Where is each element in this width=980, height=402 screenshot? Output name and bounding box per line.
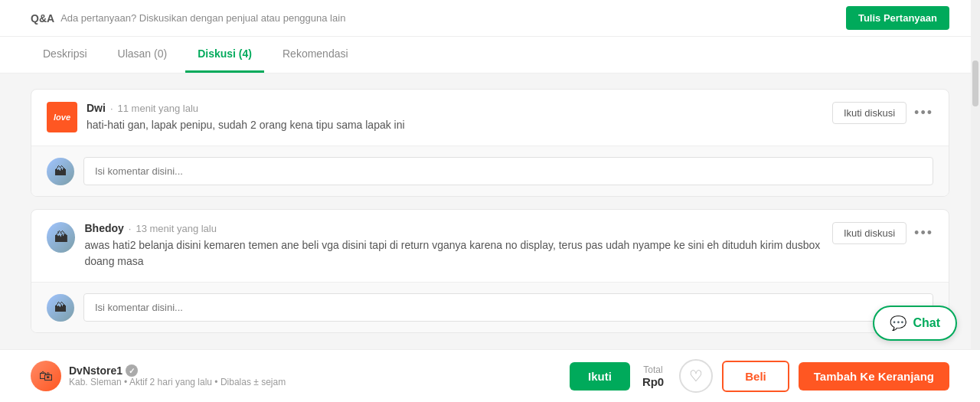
discussion-actions-2: Ikuti diskusi •••	[832, 222, 933, 244]
timestamp-1: 11 menit yang lalu	[118, 103, 199, 114]
discussion-actions-1: Ikuti diskusi •••	[832, 102, 933, 124]
wishlist-button[interactable]: ♡	[679, 359, 713, 361]
avatar-2: 🏔	[47, 222, 75, 253]
bottom-bar: 🛍 DvNstore1 ✓ Kab. Sleman • Aktif 2 hari…	[0, 349, 980, 361]
scrollbar-track[interactable]	[971, 0, 980, 361]
commenter-avatar-1: 🏔	[47, 158, 74, 185]
comment-area-2: 🏔	[31, 282, 949, 332]
qa-label: Q&A	[31, 12, 54, 25]
main-content: love Dwi · 11 menit yang lalu hati-hati …	[0, 74, 980, 361]
follow-discussion-2[interactable]: Ikuti diskusi	[832, 222, 906, 244]
discussion-left-2: 🏔 Bhedoy · 13 menit yang lalu awas hati2…	[47, 222, 832, 270]
chat-bubble[interactable]: 💬 Chat	[873, 306, 957, 341]
message-2: awas hati2 belanja disini kemaren temen …	[84, 237, 831, 270]
more-options-2[interactable]: •••	[914, 225, 933, 241]
buy-button[interactable]: Beli	[722, 361, 789, 361]
tab-deskripsi[interactable]: Deskripsi	[31, 37, 100, 73]
discussion-left-1: love Dwi · 11 menit yang lalu hati-hati …	[47, 102, 405, 133]
comment-input-2[interactable]	[83, 293, 933, 322]
top-bar: Q&A Ada pertanyaan? Diskusikan dengan pe…	[0, 0, 980, 37]
avatar-1: love	[47, 102, 77, 132]
message-1: hati-hati gan, lapak penipu, sudah 2 ora…	[87, 117, 405, 133]
discussion-card-1: love Dwi · 11 menit yang lalu hati-hati …	[31, 89, 949, 197]
discussion-meta-1: Dwi · 11 menit yang lalu hati-hati gan, …	[87, 102, 405, 133]
username-2: Bhedoy	[84, 222, 123, 234]
tab-rekomendasi[interactable]: Rekomendasi	[270, 37, 361, 73]
tabs-bar: Deskripsi Ulasan (0) Diskusi (4) Rekomen…	[0, 37, 980, 74]
chat-icon: 💬	[890, 315, 906, 332]
username-1: Dwi	[87, 102, 106, 114]
tab-ulasan[interactable]: Ulasan (0)	[106, 37, 180, 73]
qa-description: Ada pertanyaan? Diskusikan dengan penjua…	[60, 12, 345, 24]
tab-diskusi[interactable]: Diskusi (4)	[185, 37, 264, 73]
chat-label: Chat	[913, 316, 940, 330]
discussion-header-2: 🏔 Bhedoy · 13 menit yang lalu awas hati2…	[31, 210, 949, 282]
commenter-avatar-2: 🏔	[47, 294, 74, 322]
comment-input-1[interactable]	[83, 157, 933, 185]
bottom-actions: Total Rp0 ♡ Beli Tambah Ke Keranjang	[642, 359, 949, 361]
timestamp-2: 13 menit yang lalu	[136, 223, 217, 234]
discussion-card-2: 🏔 Bhedoy · 13 menit yang lalu awas hati2…	[31, 209, 949, 333]
username-line-2: Bhedoy · 13 menit yang lalu	[84, 222, 831, 234]
follow-discussion-1[interactable]: Ikuti diskusi	[832, 102, 906, 124]
tulis-pertanyaan-button[interactable]: Tulis Pertanyaan	[846, 6, 949, 30]
username-line-1: Dwi · 11 menit yang lalu	[87, 102, 405, 114]
more-options-1[interactable]: •••	[914, 105, 933, 121]
comment-area-1: 🏔	[31, 145, 949, 196]
discussion-meta-2: Bhedoy · 13 menit yang lalu awas hati2 b…	[84, 222, 831, 270]
discussion-header-1: love Dwi · 11 menit yang lalu hati-hati …	[31, 90, 949, 145]
scrollbar-thumb[interactable]	[972, 60, 978, 106]
